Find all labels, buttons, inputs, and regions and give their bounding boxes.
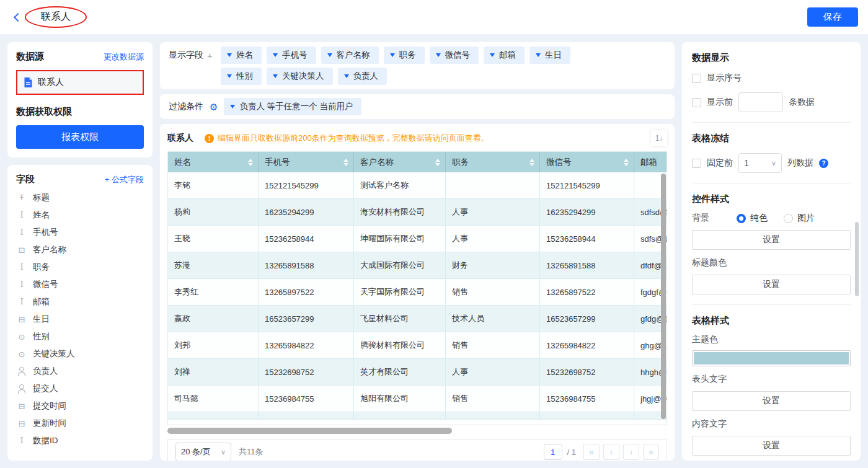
field-chip[interactable]: 邮箱 xyxy=(484,46,525,64)
field-chip[interactable]: 性别 xyxy=(221,68,262,85)
column-header[interactable]: 客户名称 xyxy=(354,152,446,172)
text-field-icon xyxy=(16,263,27,272)
first-page-button[interactable]: « xyxy=(583,444,600,460)
sort-carets-icon[interactable] xyxy=(248,159,253,166)
field-item[interactable]: 关键决策人 xyxy=(16,345,144,363)
field-chip[interactable]: 生日 xyxy=(529,46,570,64)
freeze-prefix-label: 固定前 xyxy=(707,157,733,169)
cell: 16235294299 xyxy=(259,199,354,226)
widget-style-title: 控件样式 xyxy=(692,193,851,205)
horizontal-scrollbar[interactable] xyxy=(167,428,452,434)
show-index-checkbox[interactable] xyxy=(692,74,701,83)
save-button[interactable]: 保存 xyxy=(807,7,858,27)
cell: 13265984822 xyxy=(540,332,634,359)
vertical-scrollbar[interactable] xyxy=(661,174,666,419)
theme-color-swatch[interactable] xyxy=(692,350,851,366)
field-item[interactable]: 负责人 xyxy=(16,363,144,380)
page-size-select[interactable]: 20 条/页 ∨ xyxy=(175,443,231,461)
warning-icon: ! xyxy=(205,134,214,143)
title-color-set-button[interactable]: 设置 xyxy=(692,275,851,294)
column-header[interactable]: 手机号 xyxy=(259,152,354,172)
field-item[interactable]: 提交时间 xyxy=(16,397,144,415)
field-item[interactable]: 客户名称 xyxy=(16,241,144,258)
content-text-set-button[interactable]: 设置 xyxy=(692,436,851,456)
chevron-down-icon xyxy=(490,53,495,57)
cell: 16523657299 xyxy=(259,306,354,332)
cell: 152121545299 xyxy=(540,172,634,199)
filter-condition-chip[interactable]: 负责人 等于任意一个 当前用户 xyxy=(224,98,361,115)
field-label: 标题 xyxy=(33,192,50,203)
column-header[interactable]: 邮箱 xyxy=(634,152,666,172)
freeze-checkbox[interactable] xyxy=(692,159,701,168)
freeze-count-select[interactable]: 1 ∨ xyxy=(738,153,782,173)
sort-carets-icon[interactable] xyxy=(435,159,440,166)
column-header[interactable]: 姓名 xyxy=(168,152,259,172)
date-field-icon xyxy=(16,419,27,428)
prev-page-button[interactable]: ‹ xyxy=(603,444,619,460)
field-item[interactable]: 微信号 xyxy=(16,276,144,293)
sort-carets-icon[interactable] xyxy=(529,159,534,166)
field-item[interactable]: 手机号 xyxy=(16,224,144,241)
header-text-label: 表头文字 xyxy=(692,374,851,385)
sort-carets-icon[interactable] xyxy=(624,159,629,166)
panel-scrollbar[interactable] xyxy=(855,222,859,296)
cell: 李秀红 xyxy=(168,279,259,306)
field-item[interactable]: 性别 xyxy=(16,328,144,345)
chevron-down-icon xyxy=(227,74,232,78)
current-page-input[interactable]: 1 xyxy=(544,444,562,460)
table-row: 刘邦13265984822腾骏材料有限公司销售13265984822ghg@16 xyxy=(168,332,666,359)
cell: 司马懿 xyxy=(168,386,259,412)
field-item[interactable]: 邮箱 xyxy=(16,293,144,311)
add-display-field-button[interactable]: + xyxy=(207,50,213,61)
field-item[interactable]: 数据ID xyxy=(16,432,144,449)
cell: 技术人员 xyxy=(446,306,540,332)
show-first-checkbox[interactable] xyxy=(692,98,701,107)
field-item[interactable]: 更新时间 xyxy=(16,415,144,432)
field-chip[interactable]: 负责人 xyxy=(338,68,388,85)
last-page-button[interactable]: » xyxy=(643,444,659,460)
header-text-set-button[interactable]: 设置 xyxy=(692,391,851,411)
next-page-button[interactable]: › xyxy=(623,444,639,460)
table-row: 苏漫13265891588大成国际有限公司财务13265891588dfdf@1 xyxy=(168,252,666,279)
change-datasource-link[interactable]: 更改数据源 xyxy=(104,51,144,63)
field-label: 负责人 xyxy=(33,366,58,377)
field-chip[interactable]: 关键决策人 xyxy=(267,68,333,85)
sort-carets-icon[interactable] xyxy=(343,159,348,166)
background-set-button[interactable]: 设置 xyxy=(692,230,851,250)
field-item[interactable]: 职务 xyxy=(16,258,144,276)
report-permission-button[interactable]: 报表权限 xyxy=(16,125,144,149)
field-chip[interactable]: 姓名 xyxy=(221,46,262,64)
text-field-icon xyxy=(16,298,27,306)
sort-order-icon[interactable]: 1↓ xyxy=(651,130,667,146)
field-chip-label: 负责人 xyxy=(353,71,379,82)
field-item[interactable]: 提交人 xyxy=(16,380,144,397)
field-chip[interactable]: 客户名称 xyxy=(321,46,379,64)
topbar: 联系人 保存 xyxy=(0,0,868,35)
add-formula-field-link[interactable]: + 公式字段 xyxy=(105,174,144,185)
field-chip[interactable]: 微信号 xyxy=(430,46,479,64)
table-row: 刘禅15232698752英才有限公司人事15232698752hhgh@ xyxy=(168,359,666,386)
field-item[interactable]: 姓名 xyxy=(16,206,144,224)
row-limit-input[interactable] xyxy=(738,92,783,112)
field-chip[interactable]: 职务 xyxy=(384,46,425,64)
field-chip[interactable]: 手机号 xyxy=(267,46,316,64)
horizontal-scrollbar-track xyxy=(167,427,667,435)
bg-image-radio[interactable]: 图片 xyxy=(784,213,815,224)
chevron-down-icon xyxy=(327,53,332,57)
cell: 13265891588 xyxy=(540,252,634,279)
display-field-chips: 姓名 手机号 客户名称 职务 微信号 邮箱 生日 性别 关键决策人 负责人 xyxy=(221,46,570,85)
back-button[interactable] xyxy=(10,11,24,24)
column-header[interactable]: 职务 xyxy=(446,152,540,172)
column-header[interactable]: 微信号 xyxy=(540,152,634,172)
datasource-item[interactable]: 联系人 xyxy=(16,70,144,95)
field-item[interactable]: 生日 xyxy=(16,311,144,328)
field-item[interactable]: 标题 xyxy=(16,189,144,206)
display-fields-card: 显示字段 + 姓名 手机号 客户名称 职务 微信号 邮箱 生日 性别 xyxy=(160,42,675,89)
bg-solid-radio[interactable]: 纯色 xyxy=(737,213,768,224)
gear-icon[interactable]: ⚙ xyxy=(210,102,218,112)
display-fields-label: 显示字段 xyxy=(169,50,203,61)
datasource-title: 数据源 xyxy=(16,51,44,63)
field-chip-label: 姓名 xyxy=(236,50,253,61)
middle-panel: 显示字段 + 姓名 手机号 客户名称 职务 微信号 邮箱 生日 性别 xyxy=(160,42,675,461)
help-icon[interactable]: ? xyxy=(819,159,828,168)
